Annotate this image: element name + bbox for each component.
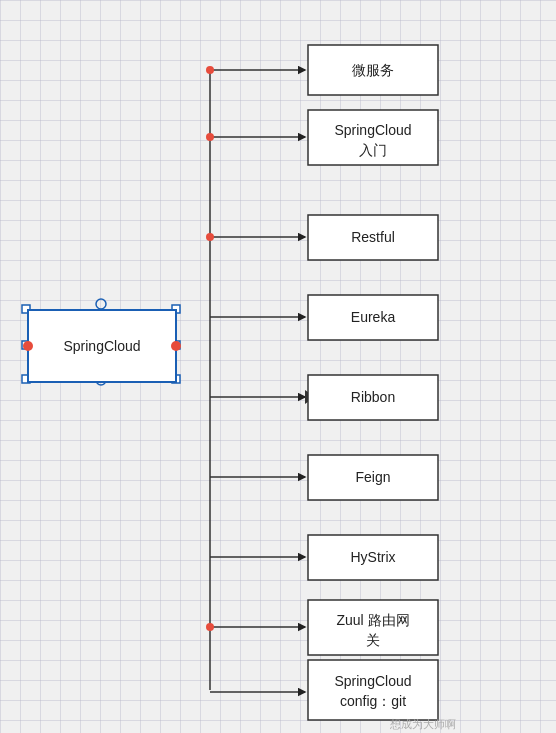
node-5-label: Ribbon — [351, 389, 395, 405]
node-7-label: HyStrix — [350, 549, 395, 565]
dot-node3 — [206, 233, 214, 241]
node-3-label: Restful — [351, 229, 395, 245]
node-2-label-line2: 入门 — [359, 142, 387, 158]
node-9-label-line2: config：git — [340, 693, 406, 709]
node-2-label-line1: SpringCloud — [334, 122, 411, 138]
node-1-label: 微服务 — [352, 62, 394, 78]
node-9-label-line1: SpringCloud — [334, 673, 411, 689]
node-8-label-line1: Zuul 路由网 — [336, 612, 409, 628]
node-9-box[interactable] — [308, 660, 438, 720]
handle-tm[interactable] — [96, 299, 106, 309]
node-4-label: Eureka — [351, 309, 396, 325]
diagram-canvas[interactable]: SpringCloud 微服务 SpringCloud 入门 Restful E… — [0, 0, 556, 733]
dot-node2 — [206, 133, 214, 141]
center-node-right-dot — [171, 341, 181, 351]
dot-node1 — [206, 66, 214, 74]
node-8-label-line2: 关 — [366, 632, 380, 648]
center-node-left-dot — [23, 341, 33, 351]
dot-node8 — [206, 623, 214, 631]
center-node-label: SpringCloud — [63, 338, 140, 354]
node-6-label: Feign — [355, 469, 390, 485]
watermark: 想成为大师啊 — [389, 718, 456, 730]
diagram-svg: SpringCloud 微服务 SpringCloud 入门 Restful E… — [0, 0, 556, 733]
